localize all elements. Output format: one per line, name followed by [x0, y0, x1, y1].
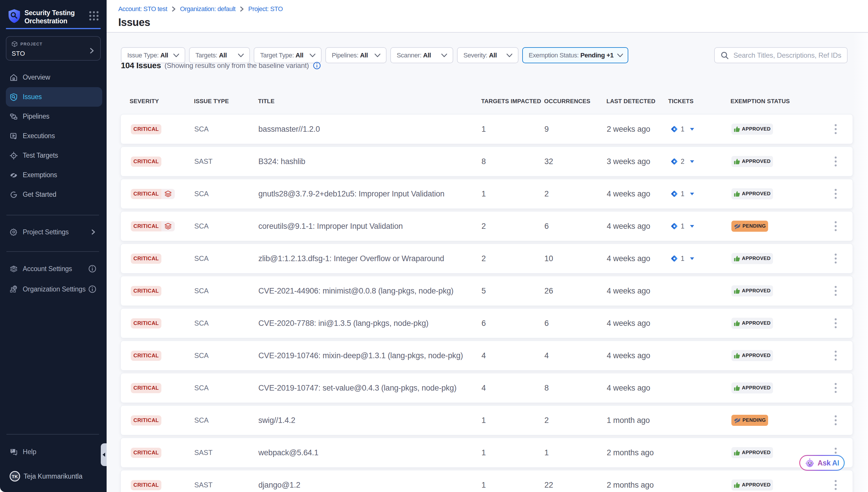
svg-text:?: ? [11, 448, 13, 452]
